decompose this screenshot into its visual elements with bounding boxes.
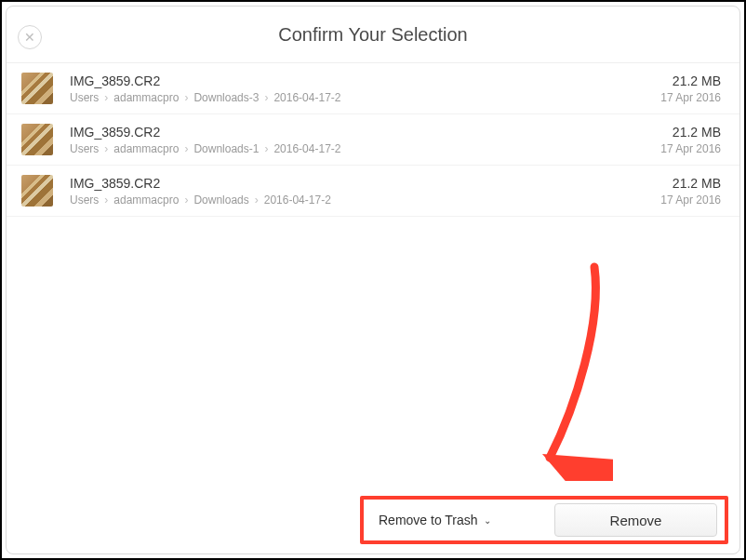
file-thumbnail <box>21 124 53 155</box>
breadcrumb-segment: Users <box>70 142 113 155</box>
chevron-down-icon: ⌄ <box>484 515 491 526</box>
dropdown-label: Remove to Trash <box>379 513 478 527</box>
breadcrumb-segment: Downloads <box>193 193 263 207</box>
file-name: IMG_3859.CR2 <box>70 176 660 191</box>
file-size: 21.2 MB <box>660 73 721 88</box>
file-list: IMG_3859.CR2UsersadammacproDownloads-320… <box>7 63 739 488</box>
close-button[interactable]: ✕ <box>18 25 42 49</box>
file-name: IMG_3859.CR2 <box>70 73 660 88</box>
file-right-meta: 21.2 MB17 Apr 2016 <box>660 176 721 207</box>
file-date: 17 Apr 2016 <box>660 193 721 207</box>
breadcrumb-segment: 2016-04-17-2 <box>264 193 331 207</box>
dialog-title: Confirm Your Selection <box>278 24 467 46</box>
file-row[interactable]: IMG_3859.CR2UsersadammacproDownloads-320… <box>7 63 739 114</box>
footer: Remove to Trash ⌄ Remove <box>7 488 739 553</box>
breadcrumb-segment: adammacpro <box>113 193 193 207</box>
breadcrumb-segment: Users <box>70 193 113 207</box>
file-thumbnail <box>21 175 53 207</box>
file-path: UsersadammacproDownloads-32016-04-17-2 <box>70 91 660 104</box>
file-thumbnail <box>21 73 53 104</box>
file-right-meta: 21.2 MB17 Apr 2016 <box>660 125 721 155</box>
breadcrumb-segment: Downloads-1 <box>193 142 273 155</box>
breadcrumb-segment: adammacpro <box>113 142 193 155</box>
file-row[interactable]: IMG_3859.CR2UsersadammacproDownloads2016… <box>7 166 739 217</box>
file-size: 21.2 MB <box>660 125 721 140</box>
breadcrumb-segment: adammacpro <box>113 91 193 104</box>
file-name: IMG_3859.CR2 <box>70 125 660 140</box>
close-icon: ✕ <box>24 30 35 45</box>
file-size: 21.2 MB <box>660 176 721 191</box>
breadcrumb-segment: Downloads-3 <box>193 91 273 104</box>
dialog-window: ✕ Confirm Your Selection IMG_3859.CR2Use… <box>6 6 740 554</box>
file-path: UsersadammacproDownloads2016-04-17-2 <box>70 193 660 207</box>
breadcrumb-segment: 2016-04-17-2 <box>273 91 340 104</box>
breadcrumb-segment: 2016-04-17-2 <box>273 142 340 155</box>
highlight-box: Remove to Trash ⌄ Remove <box>360 496 728 544</box>
file-path: UsersadammacproDownloads-12016-04-17-2 <box>70 142 660 155</box>
titlebar: ✕ Confirm Your Selection <box>7 7 739 63</box>
file-meta: IMG_3859.CR2UsersadammacproDownloads2016… <box>70 176 660 207</box>
file-right-meta: 21.2 MB17 Apr 2016 <box>660 73 721 104</box>
remove-mode-dropdown[interactable]: Remove to Trash ⌄ <box>379 513 554 527</box>
file-meta: IMG_3859.CR2UsersadammacproDownloads-320… <box>70 73 660 104</box>
remove-button[interactable]: Remove <box>554 503 717 537</box>
file-meta: IMG_3859.CR2UsersadammacproDownloads-120… <box>70 125 660 155</box>
file-date: 17 Apr 2016 <box>660 142 721 155</box>
file-date: 17 Apr 2016 <box>660 91 721 104</box>
file-row[interactable]: IMG_3859.CR2UsersadammacproDownloads-120… <box>7 114 739 166</box>
breadcrumb-segment: Users <box>70 91 113 104</box>
